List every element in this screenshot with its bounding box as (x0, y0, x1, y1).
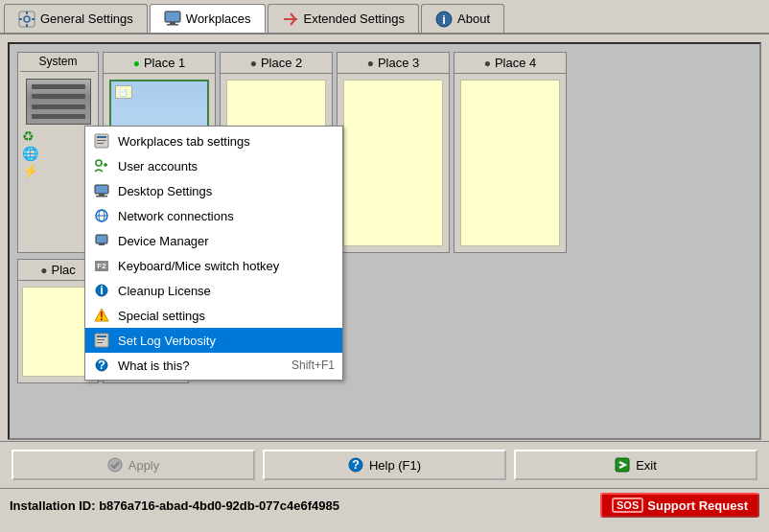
tab-about[interactable]: i About (421, 4, 504, 33)
apply-button[interactable]: Apply (12, 450, 255, 480)
help-icon: ? (348, 457, 363, 473)
tab-general-settings[interactable]: General Settings (4, 4, 148, 33)
installation-id-prefix: Installation ID: (10, 498, 99, 513)
svg-text:!: ! (100, 309, 104, 323)
server-image (26, 79, 91, 125)
about-icon: i (435, 11, 453, 28)
place-bottom-1-label: Plac (51, 263, 75, 277)
menu-item-user-accounts[interactable]: User accounts (85, 153, 342, 178)
tab-bar: General Settings Workplaces Extended Set… (0, 0, 769, 35)
tab-extended-settings-label: Extended Settings (304, 12, 406, 26)
sos-badge: SOS (612, 497, 643, 513)
menu-item-workplaces-tab-settings-label: Workplaces tab settings (118, 134, 335, 149)
status-bar: Installation ID: b876a716-abad-4bd0-92db… (0, 488, 769, 521)
svg-rect-17 (97, 143, 104, 144)
svg-rect-19 (95, 185, 108, 194)
place-4-column[interactable]: ● Place 4 (454, 52, 567, 253)
workplaces-tab-settings-icon (93, 132, 110, 150)
tab-general-settings-label: General Settings (40, 12, 133, 26)
menu-item-keyboard-hotkey[interactable]: F2 Keyboard/Mice switch hotkey (85, 253, 342, 278)
svg-rect-2 (26, 12, 28, 14)
svg-rect-34 (97, 342, 103, 343)
tab-about-label: About (457, 12, 490, 26)
user-accounts-icon (93, 157, 110, 174)
svg-text:i: i (442, 12, 446, 27)
menu-item-keyboard-hotkey-label: Keyboard/Mice switch hotkey (118, 259, 335, 273)
svg-rect-26 (99, 243, 105, 245)
special-settings-icon: ! (93, 307, 110, 324)
system-header: System (20, 55, 96, 72)
network-connections-icon (93, 207, 110, 224)
tab-extended-settings[interactable]: Extended Settings (268, 4, 420, 33)
desktop-settings-icon (93, 182, 110, 199)
menu-item-desktop-settings[interactable]: Desktop Settings (85, 178, 342, 203)
set-log-verbosity-icon (93, 332, 110, 349)
svg-rect-3 (26, 24, 28, 27)
menu-item-special-settings-label: Special settings (118, 309, 335, 323)
place-2-label: Place 2 (261, 56, 302, 70)
svg-rect-8 (167, 24, 178, 26)
exit-label: Exit (636, 458, 657, 473)
svg-point-37 (108, 458, 122, 472)
support-request-button[interactable]: SOS Support Request (600, 493, 759, 518)
exit-icon (615, 457, 630, 473)
tab-workplaces[interactable]: Workplaces (150, 4, 266, 33)
place-4-header: ● Place 4 (454, 53, 566, 74)
svg-rect-16 (97, 140, 106, 141)
menu-item-network-connections[interactable]: Network connections (85, 203, 342, 228)
what-is-this-icon: ? (93, 357, 110, 374)
menu-item-workplaces-tab-settings[interactable]: Workplaces tab settings (85, 128, 342, 153)
context-menu: Workplaces tab settings User accounts De… (84, 126, 343, 381)
recycle-icon: ♻ (22, 128, 35, 144)
place-3-label: Place 3 (378, 56, 419, 70)
workplaces-icon (164, 10, 181, 27)
svg-rect-7 (170, 22, 175, 24)
svg-rect-5 (32, 18, 35, 20)
menu-item-what-is-this[interactable]: ? What is this? Shift+F1 (85, 353, 342, 378)
svg-text:?: ? (352, 457, 360, 472)
device-manager-icon (93, 232, 110, 249)
svg-rect-4 (19, 18, 22, 20)
menu-item-cleanup-license[interactable]: i Cleanup License (85, 278, 342, 303)
menu-item-special-settings[interactable]: ! Special settings (85, 303, 342, 328)
place-bottom-1-dot: ● (40, 264, 47, 277)
place-3-column[interactable]: ● Place 3 (337, 52, 450, 253)
svg-rect-21 (96, 196, 107, 197)
menu-item-what-is-this-shortcut: Shift+F1 (291, 359, 335, 372)
place-1-dot: ● (133, 57, 140, 70)
svg-rect-25 (96, 235, 107, 243)
extended-settings-icon (282, 11, 299, 28)
installation-id: Installation ID: b876a716-abad-4bd0-92db… (10, 498, 339, 513)
svg-rect-33 (97, 339, 105, 340)
menu-item-set-log-verbosity-label: Set Log Verbosity (118, 334, 335, 348)
menu-item-desktop-settings-label: Desktop Settings (118, 184, 335, 198)
place-1-header: ● Place 1 (104, 53, 215, 74)
support-request-label: Support Request (647, 498, 748, 513)
help-button[interactable]: ? Help (F1) (263, 450, 506, 480)
menu-item-network-connections-label: Network connections (118, 209, 335, 223)
place-3-content (343, 80, 443, 246)
place-3-header: ● Place 3 (338, 53, 449, 74)
button-row: Apply ? Help (F1) Exit (0, 442, 769, 488)
svg-point-18 (96, 160, 102, 166)
menu-item-device-manager-label: Device Manager (118, 234, 335, 248)
cleanup-license-icon: i (93, 282, 110, 299)
menu-item-device-manager[interactable]: Device Manager (85, 228, 342, 253)
exit-button[interactable]: Exit (514, 450, 757, 480)
svg-rect-32 (97, 335, 106, 337)
apply-label: Apply (128, 458, 160, 473)
main-content: System ♻ 🌐 ⚡ (0, 35, 769, 475)
place-4-content (460, 80, 560, 246)
svg-text:i: i (100, 283, 104, 297)
apply-icon (107, 457, 123, 473)
installation-id-value: b876a716-abad-4bd0-92db-077c4e6f4985 (99, 498, 339, 513)
menu-item-set-log-verbosity[interactable]: Set Log Verbosity (85, 328, 342, 353)
usb-icon: ⚡ (22, 163, 38, 178)
place-1-label: Place 1 (144, 56, 185, 70)
place-3-dot: ● (367, 57, 374, 70)
globe-icon: 🌐 (22, 146, 38, 161)
menu-item-user-accounts-label: User accounts (118, 159, 335, 173)
help-label: Help (F1) (369, 458, 421, 473)
svg-rect-15 (97, 136, 106, 138)
menu-item-cleanup-license-label: Cleanup License (118, 284, 335, 298)
